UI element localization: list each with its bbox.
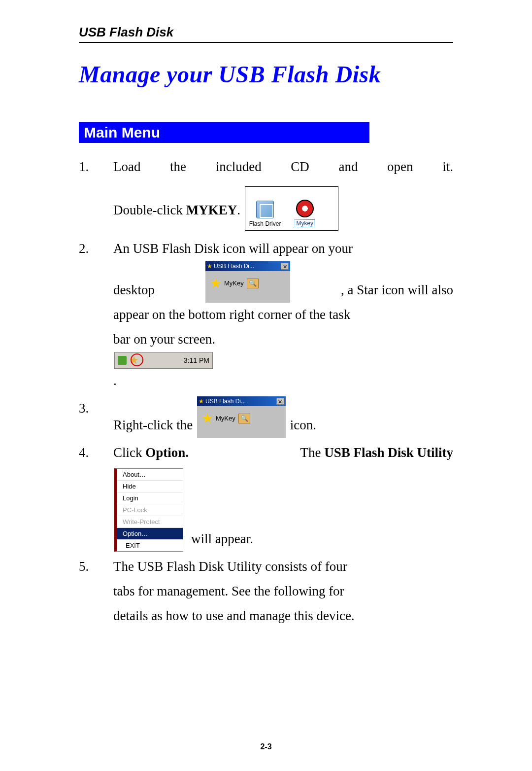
mykey-desktop-label: MyKey bbox=[224, 280, 244, 287]
step-5: 5. The USB Flash Disk Utility consists o… bbox=[79, 555, 453, 629]
step-2-desktop-word: desktop bbox=[113, 278, 155, 303]
step-5-line-3: details as how to use and manage this de… bbox=[113, 604, 453, 629]
step-2: 2. An USB Flash Disk icon will appear on… bbox=[79, 237, 453, 393]
menu-write-protect: Write-Protect bbox=[117, 516, 183, 528]
step-2-post: , a Star icon will also bbox=[341, 278, 453, 303]
page-title: Manage your USB Flash Disk bbox=[79, 61, 453, 88]
desktop-window-title: USB Flash Di... bbox=[214, 263, 279, 270]
figure-desktop-window: ★ USB Flash Di... ✕ MyKey 🔍 bbox=[205, 261, 290, 303]
figure-context-menu: About… Hide Login PC-Lock Write-Protect … bbox=[114, 468, 183, 552]
step-1-line-1: Load the included CD and open it. bbox=[113, 155, 453, 179]
section-heading-main-menu: Main Menu bbox=[79, 122, 369, 143]
step-3-pre: Right-click the bbox=[113, 418, 196, 432]
mykey-cd-label: Mykey bbox=[295, 219, 315, 227]
step-4-will-appear: will appear. bbox=[191, 527, 253, 552]
page-header: USB Flash Disk bbox=[79, 25, 453, 43]
close-icon: ✕ bbox=[276, 398, 284, 405]
step-3-post: icon. bbox=[290, 418, 316, 432]
step-3: 3. Right-click the ★ USB Flash Di... ✕ M… bbox=[79, 396, 453, 438]
figure-desktop-window-2: ★ USB Flash Di... ✕ MyKey 🔍 bbox=[197, 396, 286, 438]
tray-clock: 3:11 PM bbox=[184, 356, 209, 364]
menu-pclock: PC-Lock bbox=[117, 504, 183, 516]
step-1-mykey-bold: MYKEY bbox=[186, 203, 237, 217]
figure-cd-contents: Flash Driver Mykey bbox=[245, 186, 338, 231]
step-4: 4. Click Option. The USB Flash Disk Util… bbox=[79, 441, 453, 552]
page-number: 2-3 bbox=[0, 742, 532, 751]
mykey-star-icon bbox=[210, 278, 221, 289]
magnify-icon: 🔍 bbox=[238, 414, 250, 423]
menu-about: About… bbox=[117, 469, 183, 481]
star-icon: ★ bbox=[199, 398, 204, 405]
step-1-doubleclick-pre: Double-click bbox=[113, 203, 186, 217]
step-5-line-2: tabs for management. See the following f… bbox=[113, 579, 453, 604]
mykey-cd-icon bbox=[296, 200, 314, 217]
magnify-icon: 🔍 bbox=[247, 279, 259, 288]
utility-bold: USB Flash Disk Utility bbox=[324, 445, 453, 460]
mykey-desktop-label-2: MyKey bbox=[216, 415, 235, 422]
step-2-taskbar-pre: bar on your screen. bbox=[113, 332, 215, 347]
step-2-line-1: An USB Flash Disk icon will appear on yo… bbox=[113, 237, 453, 261]
step-2-line-3: appear on the bottom right corner of the… bbox=[113, 303, 453, 327]
desktop-window-title-2: USB Flash Di... bbox=[205, 398, 275, 405]
close-icon: ✕ bbox=[281, 263, 289, 270]
mykey-star-icon bbox=[202, 413, 213, 424]
flash-driver-label: Flash Driver bbox=[249, 220, 281, 227]
step-1: 1. Load the included CD and open it. Dou… bbox=[79, 155, 453, 234]
steps-list: 1. Load the included CD and open it. Dou… bbox=[79, 155, 453, 628]
figure-system-tray: 3:11 PM bbox=[114, 352, 213, 369]
tray-app-icon bbox=[118, 356, 127, 365]
step-2-taskbar-post: . bbox=[113, 373, 117, 388]
option-bold: Option. bbox=[145, 445, 189, 460]
step-5-line-1: The USB Flash Disk Utility consists of f… bbox=[113, 555, 453, 579]
menu-login: Login bbox=[117, 492, 183, 504]
menu-exit: EXIT bbox=[117, 540, 183, 551]
star-icon: ★ bbox=[207, 263, 212, 270]
flash-driver-icon bbox=[256, 201, 274, 218]
menu-option: Option… bbox=[117, 528, 183, 540]
menu-hide: Hide bbox=[117, 481, 183, 492]
red-highlight-circle bbox=[131, 353, 143, 366]
